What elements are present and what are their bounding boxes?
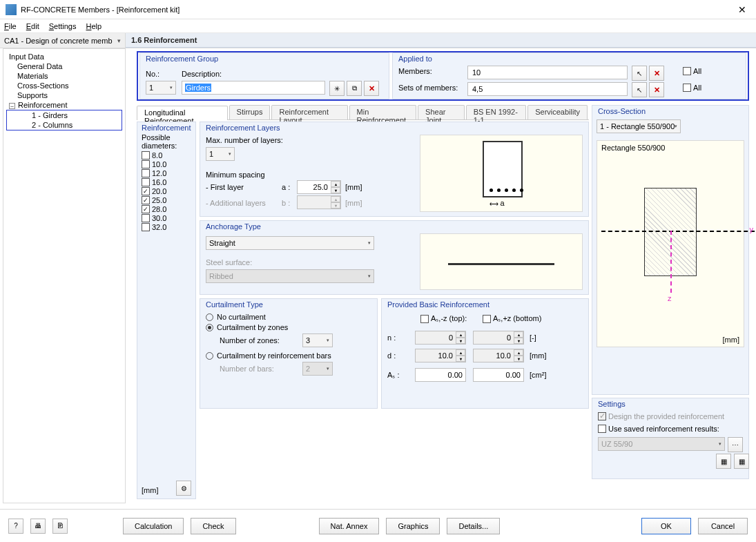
diameter-10.0[interactable]: 10.0 — [142, 160, 191, 168]
no-select[interactable]: 1▾ — [146, 81, 176, 95]
tab-min[interactable]: Min Reinforcement — [349, 105, 417, 119]
tree-item-cross-sections[interactable]: Cross-Sections — [3, 81, 125, 90]
desc-input[interactable]: Girders — [182, 81, 325, 95]
as-unit: [cm²] — [530, 371, 546, 379]
as-bot-check[interactable]: Aₛ,+z (bottom) — [483, 314, 541, 323]
checkbox-icon[interactable] — [142, 223, 150, 231]
saved-browse-button[interactable]: ⋯ — [728, 437, 743, 452]
tabs: Longitudinal Reinforcement Stirrups Rein… — [137, 105, 589, 120]
curt-bars-radio[interactable]: Curtailment by reinforcement bars — [206, 351, 371, 360]
checkbox-icon[interactable]: ✓ — [142, 196, 150, 204]
reinf-settings-button[interactable]: ⚙ — [176, 481, 191, 496]
tree-sub-columns[interactable]: 2 - Columns — [7, 120, 122, 130]
case-dropdown[interactable]: CA1 - Design of concrete memb ▾ — [0, 33, 126, 48]
menu-help[interactable]: Help — [86, 22, 101, 30]
tree-item-general[interactable]: General Data — [3, 61, 125, 71]
d-bot-input[interactable]: 10.0▴▾ — [473, 349, 524, 362]
cs-select[interactable]: 1 - Rectangle 550/900▾ — [597, 119, 681, 133]
tree-item-materials[interactable]: Materials — [3, 71, 125, 81]
checkbox-icon[interactable]: ✓ — [142, 187, 150, 195]
saved-select: UZ 55/90▾ — [598, 437, 725, 451]
curt-zones-radio[interactable]: Curtailment by zones — [206, 323, 371, 331]
breadcrumb: 1.6 Reinforcement — [126, 33, 756, 48]
tab-layout[interactable]: Reinforcement Layout — [271, 105, 347, 119]
d-top-input[interactable]: 10.0▴▾ — [415, 349, 466, 362]
checkbox-icon[interactable]: ✓ — [142, 205, 150, 213]
curtailment-panel: Curtailment Type No curtailment Curtailm… — [200, 298, 378, 409]
menu-settings[interactable]: Settings — [49, 22, 77, 30]
export-button[interactable]: 🖹 — [52, 519, 68, 534]
members-all-check[interactable]: All — [683, 67, 701, 75]
pick-sets-button[interactable]: ↖ — [632, 82, 647, 97]
diameter-12.0[interactable]: 12.0 — [142, 169, 191, 177]
layers-title: Reinforcement Layers — [206, 124, 583, 132]
diameter-20.0[interactable]: ✓20.0 — [142, 187, 191, 195]
delete-group-button[interactable]: ✕ — [364, 81, 379, 96]
zones-count-select[interactable]: 3▾ — [302, 333, 333, 347]
app-icon — [6, 4, 17, 15]
provided-title: Provided Basic Reinforcement — [387, 300, 583, 309]
checkbox-icon[interactable] — [142, 160, 150, 168]
details-button[interactable]: Details... — [447, 518, 500, 534]
close-icon[interactable]: ✕ — [734, 4, 750, 15]
curtailment-title: Curtailment Type — [206, 300, 371, 309]
members-input[interactable] — [467, 66, 628, 79]
tree-item-supports[interactable]: Supports — [3, 90, 125, 100]
max-layers-select[interactable]: 1▾ — [206, 147, 235, 161]
new-group-button[interactable]: ✳ — [329, 81, 345, 96]
ok-button[interactable]: OK — [641, 518, 691, 534]
check-button[interactable]: Check — [191, 518, 235, 534]
n-bot-input[interactable]: 0▴▾ — [473, 331, 524, 345]
first-layer-input[interactable]: 25.0▴▾ — [297, 180, 341, 194]
tab-serviceability[interactable]: Serviceability — [527, 105, 588, 119]
checkbox-icon[interactable] — [142, 169, 150, 177]
clear-sets-button[interactable]: ✕ — [649, 82, 664, 97]
checkbox-icon[interactable] — [142, 151, 150, 159]
desc-label: Description: — [182, 70, 222, 78]
n-top-input[interactable]: 0▴▾ — [415, 331, 466, 345]
diameter-8.0[interactable]: 8.0 — [142, 151, 191, 159]
diameter-25.0[interactable]: ✓25.0 — [142, 196, 191, 204]
calculation-button[interactable]: Calculation — [123, 518, 184, 534]
as-top-check[interactable]: Aₛ,-z (top): — [420, 314, 467, 323]
print-button[interactable]: 🖶 — [30, 519, 46, 534]
checkbox-icon[interactable] — [142, 214, 150, 222]
diameter-28.0[interactable]: ✓28.0 — [142, 205, 191, 213]
sets-all-check[interactable]: All — [683, 84, 701, 92]
right-button-row: ▦ ▦ — [592, 451, 749, 472]
anchorage-type-select[interactable]: Straight▾ — [206, 236, 374, 250]
tree-sub-girders[interactable]: 1 - Girders — [7, 110, 122, 120]
menu-file[interactable]: File — [4, 22, 17, 30]
tree-collapse-icon[interactable]: – — [9, 103, 15, 109]
copy-group-button[interactable]: ⧉ — [347, 81, 362, 96]
tab-en[interactable]: BS EN 1992-1-1 — [466, 105, 527, 119]
cancel-button[interactable]: Cancel — [698, 518, 748, 534]
tree-root[interactable]: Input Data — [3, 52, 125, 61]
tab-stirrups[interactable]: Stirrups — [229, 105, 271, 119]
tab-longitudinal[interactable]: Longitudinal Reinforcement — [137, 106, 228, 120]
addl-layer-input: ▴▾ — [297, 195, 341, 211]
diameter-30.0[interactable]: 30.0 — [142, 214, 191, 222]
menu-edit[interactable]: Edit — [26, 22, 39, 30]
tree-item-reinforcement[interactable]: –Reinforcement — [3, 100, 125, 110]
nav-tree: Input Data General Data Materials Cross-… — [3, 48, 126, 503]
view-button-2[interactable]: ▦ — [734, 454, 749, 469]
view-button-1[interactable]: ▦ — [716, 454, 731, 469]
clear-members-button[interactable]: ✕ — [649, 66, 664, 81]
cs-unit: [mm] — [723, 336, 739, 344]
checkbox-icon[interactable] — [142, 178, 150, 186]
pick-members-button[interactable]: ↖ — [632, 66, 647, 81]
graphics-button[interactable]: Graphics — [386, 518, 440, 534]
members-label: Members: — [398, 67, 432, 75]
sets-input[interactable] — [467, 82, 628, 96]
use-saved-check[interactable]: Use saved reinforcement results: — [598, 425, 743, 433]
curt-none-radio[interactable]: No curtailment — [206, 313, 371, 321]
diameter-32.0[interactable]: 32.0 — [142, 223, 191, 231]
tab-shear[interactable]: Shear Joint — [418, 105, 465, 119]
nat-annex-button[interactable]: Nat. Annex — [319, 518, 380, 534]
no-label: No.: — [146, 70, 159, 78]
steel-surface-select: Ribbed▾ — [206, 269, 374, 283]
cross-section-panel: Cross-Section 1 - Rectangle 550/900▾ Rec… — [592, 105, 749, 395]
diameter-16.0[interactable]: 16.0 — [142, 178, 191, 186]
help-button[interactable]: ? — [8, 519, 23, 534]
